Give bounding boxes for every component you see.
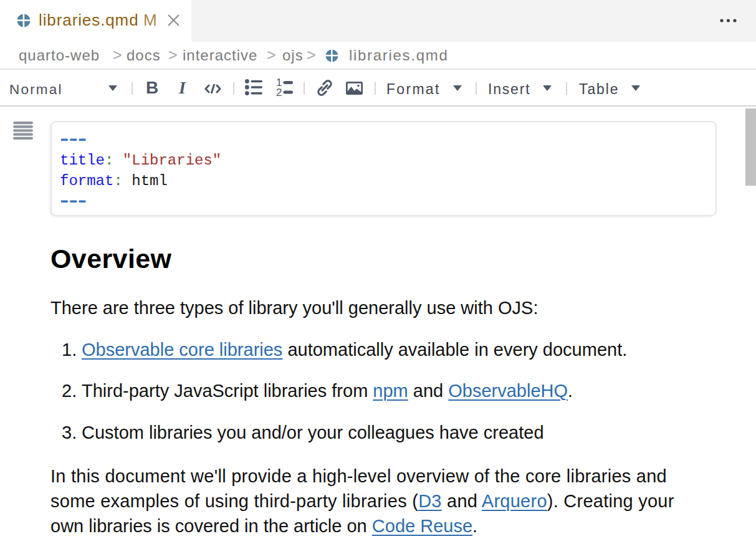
svg-text:2: 2 xyxy=(276,87,282,97)
